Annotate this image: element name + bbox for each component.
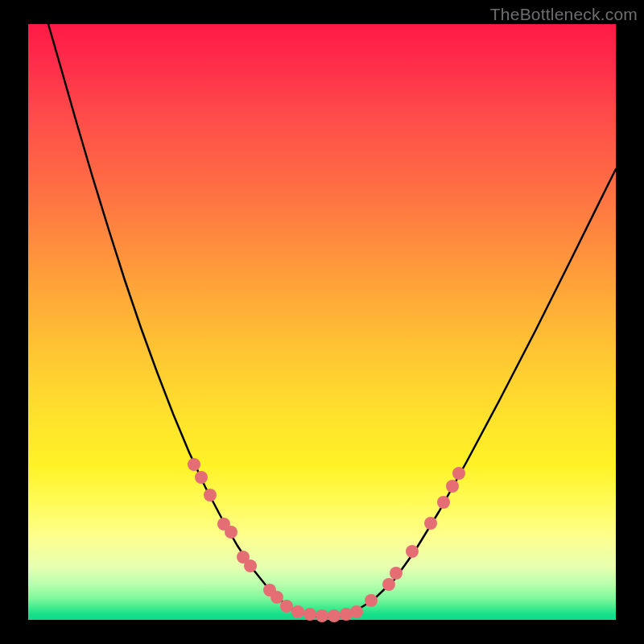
curve-dot: [204, 489, 217, 502]
curve-dot: [195, 471, 208, 484]
curve-dots: [188, 458, 465, 622]
curve-dot: [350, 605, 363, 618]
curve-dot: [328, 609, 341, 622]
curve-dot: [452, 467, 465, 480]
chart-frame: TheBottleneck.com: [0, 0, 644, 644]
curve-svg: [28, 24, 616, 620]
watermark-text: TheBottleneck.com: [490, 5, 638, 24]
curve-dot: [270, 591, 283, 604]
curve-dot: [437, 496, 450, 509]
plot-area: [28, 24, 616, 620]
curve-dot: [244, 559, 257, 572]
curve-dot: [390, 567, 402, 580]
curve-dot: [424, 517, 437, 530]
curve-dot: [316, 609, 328, 622]
curve-dot: [225, 526, 237, 539]
curve-dot: [406, 545, 419, 558]
curve-dot: [303, 608, 316, 621]
curve-dot: [382, 578, 395, 591]
curve-dot: [280, 600, 293, 613]
curve-dot: [188, 458, 200, 471]
curve-dot: [446, 480, 459, 493]
curve-dot: [291, 605, 304, 618]
curve-dot: [365, 594, 378, 607]
bottleneck-curve: [48, 24, 616, 617]
